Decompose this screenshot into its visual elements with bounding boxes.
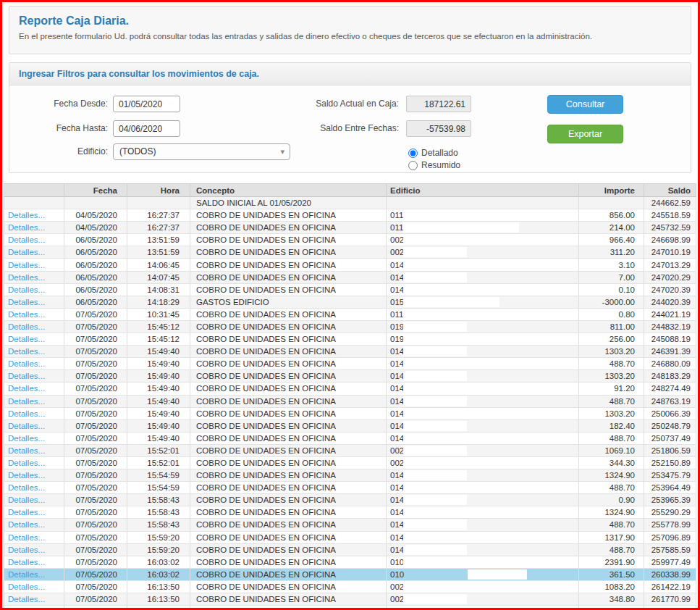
cell-edificio: 014: [387, 272, 579, 284]
detalles-link[interactable]: Detalles...: [8, 570, 45, 579]
cell-saldo: 245518.59: [644, 209, 696, 222]
cell-importe: 488.70: [579, 358, 644, 370]
cell-concepto: COBRO DE UNIDADES EN OFICINA: [190, 581, 387, 593]
edificio-code: 014: [390, 261, 404, 270]
cell-concepto: COBRO DE UNIDADES EN OFICINA: [190, 569, 387, 581]
cell-fecha: 07/05/2020: [64, 569, 127, 581]
detalles-link[interactable]: Detalles...: [8, 546, 45, 554]
redaction-overlay: [403, 359, 467, 369]
detalles-link[interactable]: Detalles...: [8, 496, 45, 504]
table-row: Detalles...07/05/202015:49:40COBRO DE UN…: [4, 383, 696, 395]
redaction-overlay: [403, 582, 467, 592]
detalles-link[interactable]: Detalles...: [8, 235, 45, 244]
cell-fecha: 06/05/2020: [64, 259, 127, 271]
exportar-button[interactable]: Exportar: [547, 125, 623, 143]
cell-importe: [579, 606, 644, 608]
cell-concepto: COBRO DE UNIDADES EN OFICINA: [190, 420, 387, 433]
detalles-link[interactable]: Detalles...: [8, 446, 45, 455]
detalles-link[interactable]: Detalles...: [8, 434, 45, 443]
cell-edificio: 014: [387, 408, 579, 420]
edificio-code: 011: [390, 211, 403, 220]
cell-fecha: 07/05/2020: [64, 544, 127, 556]
cell-edificio: 014: [387, 346, 579, 358]
cell-saldo: 246391.39: [644, 346, 696, 358]
edificio-select[interactable]: (TODOS) ▾: [113, 143, 290, 160]
redaction-overlay: [403, 322, 467, 332]
detalles-link[interactable]: Detalles...: [8, 310, 45, 319]
cell-fecha: 07/05/2020: [64, 519, 127, 531]
detalles-link[interactable]: Detalles...: [8, 223, 45, 232]
edificio-code: 002: [390, 446, 404, 455]
cell-saldo: 247010.19: [644, 246, 696, 259]
table-row: Detalles...07/05/202015:54:59COBRO DE UN…: [4, 469, 696, 482]
cell-hora: 14:07:45: [127, 272, 190, 284]
radio-detallado-label[interactable]: Detallado: [421, 148, 458, 158]
cell-fecha: 07/05/2020: [64, 420, 127, 433]
cell-edificio: 014: [387, 519, 579, 531]
redaction-overlay: [403, 507, 467, 517]
detalles-link[interactable]: Detalles...: [8, 471, 45, 480]
detalles-link[interactable]: Detalles...: [8, 459, 45, 467]
cell-fecha: 07/05/2020: [64, 469, 127, 482]
detalles-link[interactable]: Detalles...: [8, 347, 45, 356]
redaction-overlay: [403, 396, 467, 406]
detalles-link[interactable]: Detalles...: [8, 409, 45, 418]
detalles-link[interactable]: Detalles...: [8, 285, 45, 294]
radio-resumido[interactable]: [408, 161, 418, 170]
detalles-link[interactable]: Detalles...: [8, 397, 45, 406]
detalles-link[interactable]: Detalles...: [8, 335, 45, 343]
detalles-link[interactable]: Detalles...: [8, 520, 45, 529]
detalles-link[interactable]: Detalles...: [8, 261, 45, 270]
cell-importe: 0.10: [579, 284, 644, 296]
cell-fecha: [64, 197, 127, 209]
consultar-button[interactable]: Consultar: [547, 95, 623, 114]
radio-detallado[interactable]: [408, 149, 418, 158]
cell-hora: 16:03:02: [127, 569, 190, 581]
detalles-link[interactable]: Detalles...: [8, 533, 45, 542]
detalles-link[interactable]: Detalles...: [8, 508, 45, 517]
detalles-link[interactable]: Detalles...: [8, 582, 45, 591]
detalles-link[interactable]: Detalles...: [8, 298, 45, 306]
edificio-code: 010: [390, 570, 404, 579]
edificio-code: 014: [390, 285, 404, 294]
cell-saldo: 253475.79: [644, 469, 696, 482]
table-row: Detalles...07/05/202015:49:40COBRO DE UN…: [4, 420, 696, 433]
detalles-link[interactable]: Detalles...: [8, 384, 45, 393]
cell-hora: [127, 606, 190, 608]
cell-fecha: 06/05/2020: [64, 234, 127, 246]
detalles-link[interactable]: Detalles...: [8, 322, 45, 331]
detalles-link[interactable]: Detalles...: [8, 372, 45, 380]
cell-saldo: 246698.99: [644, 234, 696, 246]
cell-saldo: 247020.29: [644, 272, 696, 284]
cell-fecha: 07/05/2020: [64, 383, 127, 395]
fecha-desde-input[interactable]: [113, 96, 180, 112]
cell-hora: 16:13:50: [127, 581, 190, 593]
table-row: Detalles...07/05/202015:52:01COBRO DE UN…: [4, 457, 696, 469]
cell-fecha: 04/05/2020: [64, 209, 127, 222]
cell-concepto: COBRO DE UNIDADES EN OFICINA: [190, 246, 387, 259]
cell-importe: 488.70: [579, 396, 644, 408]
cell-detalles: Detalles...: [4, 284, 64, 296]
detalles-link[interactable]: Detalles...: [8, 211, 45, 220]
cell-detalles: Detalles...: [4, 272, 64, 284]
cell-fecha: 07/05/2020: [64, 494, 127, 506]
table-row: Detalles...07/05/202016:03:02COBRO DE UN…: [4, 556, 696, 569]
cell-fecha: 07/05/2020: [64, 309, 127, 321]
cell-fecha: 07/05/2020: [64, 433, 127, 445]
table-row: SALDO INICIAL AL 01/05/2020244662.59: [4, 197, 696, 209]
detalles-link[interactable]: Detalles...: [8, 558, 45, 567]
edificio-code: 019: [390, 335, 404, 343]
detalles-link[interactable]: Detalles...: [8, 607, 45, 608]
fecha-hasta-input[interactable]: [113, 120, 180, 137]
detalles-link[interactable]: Detalles...: [8, 273, 45, 282]
detalles-link[interactable]: Detalles...: [8, 422, 45, 430]
cell-hora: 15:52:01: [127, 445, 190, 457]
radio-resumido-label[interactable]: Resumido: [421, 160, 460, 170]
detalles-link[interactable]: Detalles...: [8, 248, 45, 256]
detalles-link[interactable]: Detalles...: [8, 483, 45, 492]
cell-edificio: 014: [387, 544, 579, 556]
detalles-link[interactable]: Detalles...: [8, 359, 45, 368]
cell-edificio: 014: [387, 358, 579, 370]
detalles-link[interactable]: Detalles...: [8, 595, 45, 603]
cell-saldo: 244021.19: [644, 309, 696, 321]
